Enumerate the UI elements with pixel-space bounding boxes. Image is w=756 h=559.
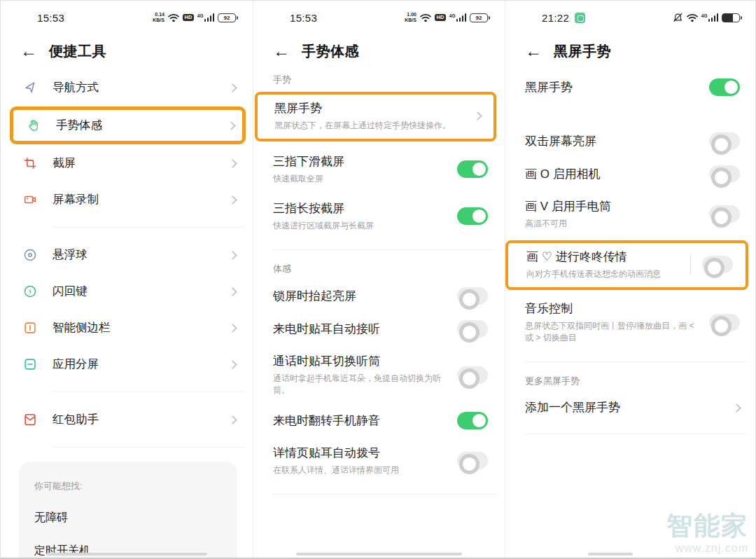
setting-title: 详情页贴耳自动拨号 bbox=[273, 445, 447, 462]
setting-subtitle: 快速截取全屏 bbox=[273, 173, 447, 185]
menu-item-screenshot[interactable]: 截屏 bbox=[1, 145, 253, 181]
divider bbox=[52, 392, 244, 392]
battery-icon: 92 bbox=[470, 13, 488, 22]
toggle-switch[interactable] bbox=[457, 366, 488, 384]
status-time: 15:53 bbox=[290, 12, 317, 24]
suggestions-card: 你可能想找: 无障碍 定时开关机 bbox=[19, 462, 237, 559]
menu-item-gestures-motions[interactable]: 手势体感 bbox=[13, 110, 242, 141]
hd-volte-icon: HD bbox=[435, 14, 446, 22]
setting-subtitle: 快速进行区域截屏与长截屏 bbox=[273, 220, 447, 232]
menu-item-smart-sidebar[interactable]: 智能侧边栏 bbox=[1, 310, 253, 346]
network-speed-label: 1.00KB/S bbox=[405, 12, 416, 22]
setting-subtitle: 黑屏状态下，在屏幕上通过特定手势快捷操作。 bbox=[274, 120, 465, 132]
page-title: 手势体感 bbox=[302, 42, 359, 61]
cellular-signal-icon: 4G bbox=[197, 13, 214, 22]
chevron-right-icon bbox=[228, 251, 237, 260]
toggle-switch[interactable] bbox=[709, 205, 740, 223]
suggestion-accessibility[interactable]: 无障碍 bbox=[34, 511, 237, 525]
toggle-switch[interactable] bbox=[709, 78, 740, 96]
red-packet-icon bbox=[22, 411, 38, 428]
menu-item-flashback-key[interactable]: 闪回键 bbox=[1, 273, 253, 310]
chevron-right-icon bbox=[473, 111, 482, 120]
setting-title: 添加一个黑屏手势 bbox=[525, 399, 724, 416]
setting-row-black-screen-gestures[interactable]: 黑屏手势 黑屏状态下，在屏幕上通过特定手势快捷操作。 bbox=[258, 95, 493, 139]
setting-title: 来电时翻转手机静音 bbox=[273, 413, 447, 429]
status-icons: 0.14KB/S HD 4G 92 bbox=[153, 12, 236, 22]
menu-item-label: 智能侧边栏 bbox=[52, 320, 111, 336]
mute-vibrate-icon bbox=[673, 13, 683, 22]
setting-title: 来电时贴耳自动接听 bbox=[273, 321, 447, 338]
divider bbox=[525, 434, 747, 434]
status-icons: 1.00KB/S HD 4G 92 bbox=[405, 12, 488, 22]
toggle-switch[interactable] bbox=[457, 452, 488, 469]
hand-gesture-icon bbox=[25, 117, 42, 134]
page-title: 黑屏手势 bbox=[554, 42, 611, 61]
suggestions-title: 你可能想找: bbox=[34, 480, 237, 492]
watermark: 智能家 www.znj.com bbox=[666, 513, 748, 554]
status-time: 21:22 bbox=[542, 12, 569, 24]
navigation-arrow-icon bbox=[22, 79, 38, 96]
status-icons: 4G bbox=[673, 13, 740, 22]
menu-item-floating-ball[interactable]: 悬浮球 bbox=[1, 237, 253, 273]
watermark-url: www.znj.com bbox=[666, 543, 748, 554]
setting-row-music-control: 音乐控制 息屏状态下双指同时画丨暂停/播放曲目，画 < 或 > 切换曲目 bbox=[505, 293, 756, 352]
status-bar: 15:53 1.00KB/S HD 4G 92 bbox=[253, 1, 505, 30]
menu-item-label: 红包助手 bbox=[52, 412, 99, 427]
chevron-right-icon bbox=[228, 415, 237, 425]
menu-item-red-packet-assistant[interactable]: 红包助手 bbox=[1, 401, 253, 438]
cellular-signal-icon: 4G bbox=[449, 13, 466, 22]
cellular-signal-icon: 4G bbox=[701, 13, 718, 22]
menu-item-split-screen[interactable]: 应用分屏 bbox=[1, 346, 253, 382]
home-indicator[interactable] bbox=[46, 553, 207, 555]
divider bbox=[52, 447, 244, 448]
toggle-switch[interactable] bbox=[457, 160, 488, 178]
toggle-switch[interactable] bbox=[709, 132, 740, 150]
back-arrow-icon[interactable]: ← bbox=[273, 43, 290, 60]
home-indicator[interactable] bbox=[296, 553, 462, 555]
toggle-switch[interactable] bbox=[457, 207, 488, 225]
back-arrow-icon[interactable]: ← bbox=[20, 43, 37, 60]
page-header: ← 手势体感 bbox=[253, 30, 505, 61]
split-screen-icon bbox=[22, 356, 38, 373]
flashback-key-icon bbox=[22, 283, 38, 300]
screen-recorder-badge-icon bbox=[575, 13, 585, 23]
battery-icon: 92 bbox=[218, 13, 236, 22]
toggle-switch[interactable] bbox=[709, 165, 740, 183]
back-arrow-icon[interactable]: ← bbox=[525, 43, 542, 60]
setting-row-draw-v-flashlight: 画 V 启用手电筒 高温不可用 bbox=[505, 191, 756, 237]
wifi-icon bbox=[168, 13, 179, 22]
toggle-switch[interactable] bbox=[457, 287, 488, 305]
screen-record-icon bbox=[22, 191, 38, 208]
chevron-right-icon bbox=[228, 360, 237, 369]
screenshot-collage: 15:53 0.14KB/S HD 4G 92 ← 便捷工具 导航方式 bbox=[0, 0, 756, 559]
setting-title: 通话时贴耳切换听筒 bbox=[273, 353, 447, 370]
watermark-brand: 智能家 bbox=[666, 513, 748, 539]
chevron-right-icon bbox=[228, 287, 237, 296]
status-bar: 15:53 0.14KB/S HD 4G 92 bbox=[1, 1, 253, 30]
chevron-right-icon bbox=[732, 403, 741, 413]
menu-item-navigation-mode[interactable]: 导航方式 bbox=[1, 69, 253, 106]
tools-menu: 导航方式 手势体感 截屏 屏幕录制 bbox=[1, 69, 253, 448]
menu-item-screen-recording[interactable]: 屏幕录制 bbox=[1, 181, 253, 218]
menu-item-label: 应用分屏 bbox=[52, 357, 99, 372]
setting-subtitle: 高温不可用 bbox=[525, 218, 699, 230]
menu-item-label: 导航方式 bbox=[52, 80, 99, 95]
section-label-more-gestures: 更多黑屏手势 bbox=[505, 362, 756, 392]
setting-row-add-gesture[interactable]: 添加一个黑屏手势 bbox=[505, 392, 756, 424]
toggle-switch[interactable] bbox=[709, 314, 740, 331]
suggestion-scheduled-power[interactable]: 定时开关机 bbox=[34, 544, 237, 558]
status-time: 15:53 bbox=[37, 12, 64, 24]
page-header: ← 黑屏手势 bbox=[505, 30, 756, 61]
toggle-switch[interactable] bbox=[457, 320, 488, 338]
setting-row-draw-o-camera: 画 O 启用相机 bbox=[505, 158, 756, 191]
home-indicator[interactable] bbox=[588, 553, 633, 555]
chevron-right-icon bbox=[228, 195, 237, 205]
setting-row-flip-to-mute: 来电时翻转手机静音 bbox=[253, 404, 505, 437]
chevron-right-icon bbox=[228, 83, 237, 92]
setting-row-three-finger-swipe-screenshot: 三指下滑截屏 快速截取全屏 bbox=[253, 146, 505, 193]
toggle-switch[interactable] bbox=[702, 256, 733, 273]
toggle-switch[interactable] bbox=[457, 412, 488, 429]
annotation-highlight-box: 画 ♡ 进行咚咚传情 向对方手机传送表达想念的动画消息 bbox=[505, 240, 748, 290]
wifi-icon bbox=[687, 13, 698, 22]
annotation-highlight-box: 手势体感 bbox=[10, 106, 246, 144]
